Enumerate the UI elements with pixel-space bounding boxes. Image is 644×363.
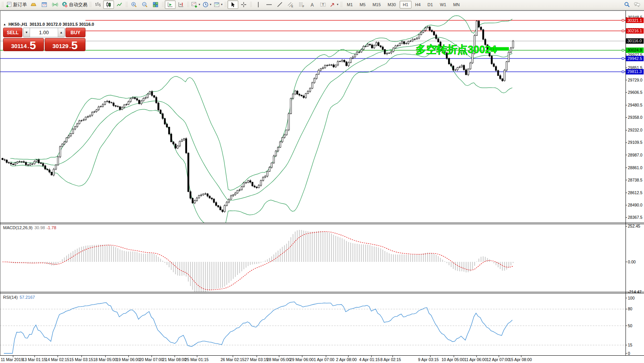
toolbar-grip [224,2,226,8]
price-axis-label-30216.1: 30216.1 [626,28,644,33]
annotation-text[interactable]: 多空转折点30024 [416,44,497,55]
hline-anchor-handle[interactable] [622,71,624,73]
templates-icon [214,2,220,8]
svg-text:29232.0: 29232.0 [628,128,642,132]
chevron-down-icon[interactable]: ▾ [210,3,211,6]
volume-control: ▼ 1.00 ▲ [23,28,65,37]
timeframe-m1-button[interactable]: M1 [344,1,356,8]
line-chart-button[interactable] [114,0,125,9]
cursor-icon [230,2,236,8]
trendline-button[interactable] [274,0,285,9]
svg-text:30321.1: 30321.1 [627,18,642,23]
svg-text:29942.5: 29942.5 [627,56,642,61]
buy-price-int: 30129 [52,43,69,49]
chart-shift-button[interactable] [176,0,186,9]
timeframe-h4-button[interactable]: H4 [412,1,424,8]
hline-anchor-handle[interactable] [622,58,624,60]
vline-icon [255,2,261,8]
svg-text:29811.3: 29811.3 [627,69,642,74]
timeframe-m30-button[interactable]: M30 [385,1,399,8]
tile-windows-icon [152,2,159,8]
fibonacci-button[interactable]: F [296,0,307,9]
toolbar-grip [125,2,127,8]
svg-text:252.45: 252.45 [628,224,640,228]
buy-price-dec: 5 [71,40,78,50]
timeframe-w1-button[interactable]: W1 [437,1,450,8]
one-click-trade-panel: SELL ▼ 1.00 ▲ BUY 30114 . 5 30129 . 5 [3,28,85,51]
auto-scroll-button[interactable] [165,0,176,9]
toolbar-grip [340,2,342,8]
label-button[interactable]: T [318,0,328,9]
hline-anchor-handle[interactable] [622,49,624,51]
vline-button[interactable] [253,0,264,9]
svg-text:50: 50 [628,323,632,328]
chevron-down-icon[interactable]: ▾ [199,3,200,6]
toolbar-grip [250,2,252,8]
periods-icon [202,2,209,8]
chevron-down-icon[interactable]: ▾ [221,3,222,6]
price-axis-label-30321.1: 30321.1 [626,18,644,23]
hline-button[interactable] [264,0,274,9]
sell-price-button[interactable]: 30114 . 5 [3,38,44,51]
timeframe-d1-button[interactable]: D1 [425,1,436,8]
zoom-in-button[interactable] [129,0,139,9]
toolbar-grip [187,2,189,8]
volume-input[interactable]: 1.00 [30,28,58,37]
svg-text:15 Mar 03:15: 15 Mar 03:15 [69,357,93,362]
gold-button[interactable] [28,0,39,9]
text-icon: A [309,2,315,8]
new-order-button[interactable]: 新订单 [5,0,28,9]
price-axis-label-29811.3: 29811.3 [626,69,644,75]
timeframe-mn-button[interactable]: MN [450,1,463,8]
candlestick-button[interactable] [103,0,114,9]
hline-anchor-handle[interactable] [622,19,624,21]
auto-scroll-icon [167,2,173,8]
svg-text:29109.5: 29109.5 [628,140,642,145]
autotrading-button[interactable]: 自动交易 [60,0,89,9]
svg-text:28738.5: 28738.5 [628,178,642,182]
new-order-icon [6,2,12,8]
templates-button[interactable]: ▾ [212,0,224,9]
buy-button[interactable]: BUY [65,28,85,37]
chart-shift-icon [178,2,184,8]
timeframe-m15-button[interactable]: M15 [370,1,384,8]
volume-increase-button[interactable]: ▲ [58,28,64,37]
timeframe-m5-button[interactable]: M5 [356,1,368,8]
svg-text:80: 80 [628,306,632,311]
crosshair-icon [241,2,247,8]
indicators-icon [191,2,197,8]
crosshair-button[interactable] [238,0,249,9]
hline-anchor-handle[interactable] [622,30,624,32]
svg-text:26 Mar 02:15: 26 Mar 02:15 [221,357,244,362]
trendline-icon [277,2,283,8]
volume-decrease-button[interactable]: ▼ [23,28,30,37]
chat-icon[interactable] [634,2,640,8]
tile-windows-button[interactable] [150,0,161,9]
buy-price-sep: . [69,43,71,49]
chart-window[interactable]: 多空转折点3002430348.530226.030103.529977.529… [0,10,644,363]
arrows-button[interactable]: ▾ [328,0,340,9]
toolbar-right-icons [624,2,643,8]
zoom-out-button[interactable] [139,0,150,9]
macd-name: MACD(12,26,9) [3,225,32,230]
market-watch-icon [41,2,47,8]
signals-button[interactable] [50,0,60,9]
text-button[interactable]: A [307,0,318,9]
svg-text:30216.1: 30216.1 [627,28,642,33]
channel-button[interactable]: E [285,0,296,9]
sell-button[interactable]: SELL [3,28,22,37]
rsi-value: 57.2167 [20,295,35,300]
search-icon[interactable] [624,2,630,8]
cursor-button[interactable] [227,0,238,9]
periods-button[interactable]: ▾ [201,0,212,9]
bar-chart-button[interactable] [92,0,103,9]
chart-svg[interactable]: 多空转折点3002430348.530226.030103.529977.529… [0,10,644,363]
buy-price-button[interactable]: 30129 . 5 [45,38,85,51]
toolbar-grip [162,2,164,8]
market-watch-button[interactable] [39,0,50,9]
svg-text:14 Mar 02:15: 14 Mar 02:15 [45,357,69,362]
new-order-label: 新订单 [13,2,27,8]
timeframe-h1-button[interactable]: H1 [400,1,411,8]
chevron-down-icon[interactable]: ▾ [337,3,338,6]
indicators-button[interactable]: ▾ [190,0,201,9]
